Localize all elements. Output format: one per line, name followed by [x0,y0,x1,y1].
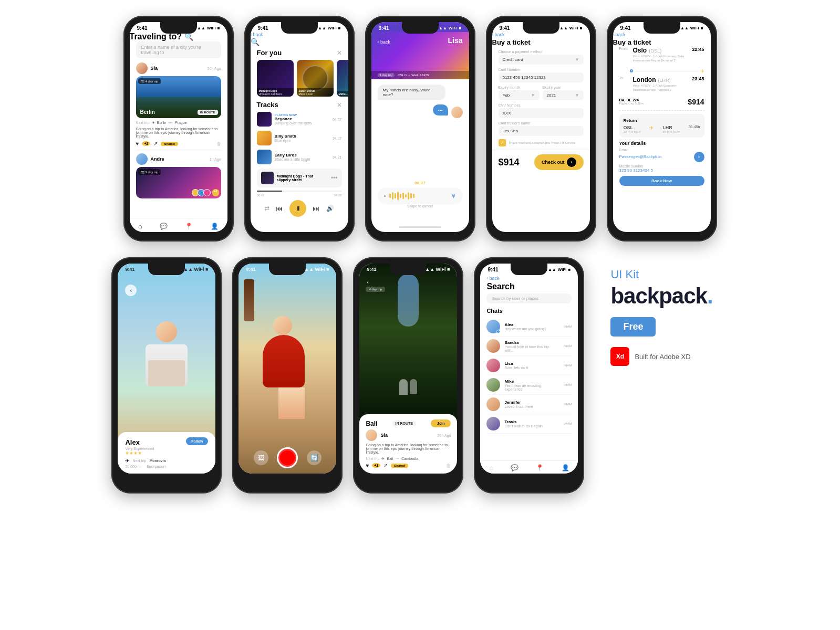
notch-8 [390,264,427,275]
payment-method-select[interactable]: Credit card ▼ [499,55,584,65]
terms-checkbox[interactable]: ✓ [499,139,506,146]
expiry-year-select[interactable]: 2021 ▼ [543,90,584,100]
nav-map-2[interactable]: 📍 [536,464,544,471]
expiry-month-select[interactable]: Feb ▼ [499,90,540,100]
volume-icon[interactable]: 🔊 [326,205,334,212]
more-options-icon[interactable]: ••• [331,174,338,182]
nav-profile[interactable]: 👤 [211,223,219,230]
nav-map[interactable]: 📍 [185,223,193,230]
chat-time-travis: 04AM [564,422,572,425]
chat-item-jennifer[interactable]: Jennifer Loved it out there 04AM [486,395,572,414]
cvv-input[interactable]: XXX [499,108,584,118]
music-header: ‹ back 🔍 [251,32,348,47]
wave-3 [395,193,396,198]
price-row-payment: $914 Check out › [492,150,590,174]
chat-info-mike: Mike Yes it was an amazing experience [504,379,559,391]
prev-btn[interactable]: ⏮ [276,204,283,213]
trip-like-btn[interactable]: ♥ [366,463,369,468]
search-icon-music[interactable]: 🔍 [251,38,260,46]
follow-button[interactable]: Follow [186,437,208,445]
plane-icon: ✈ [152,121,155,125]
expiry-year-label: Expiry year [543,86,584,89]
flip-camera-btn[interactable]: 🔄 [307,450,322,465]
close-tracks[interactable]: ✕ [337,101,342,109]
track-artist-2: Blue eyes [275,139,329,142]
day-trip-badge: 4 day trip [366,287,385,292]
expiry-month-col: Expiry month Feb ▼ [499,82,540,100]
chat-item-alex[interactable]: Alex Hey when are you going? 04AM [486,317,572,337]
card-number-input[interactable]: 5123 456 12345 12323 [499,72,584,82]
track-item-2[interactable]: Billy Smith Blue eyes 34:07 [257,131,342,145]
track-item-3[interactable]: Early Birds Stars are a little bright 34… [257,150,342,164]
app-name-row: backpack . [610,284,712,309]
status-time-5: 9:41 [620,25,631,31]
screen-travel: 9:41 ▲▲▲ WiFi ■ Traveling to? 🔍 Enter a … [130,22,227,232]
card-holder-input[interactable]: Lex Sha [499,126,584,136]
search-icon-btn[interactable]: 🔍 [184,33,193,41]
return-osl: OSL 30 th 5 NOV [624,125,641,133]
email-value: Passenger@Backpk.io [619,154,662,159]
profile-person-figure [140,321,193,426]
trash-button[interactable]: 🗑 [216,141,221,146]
wifi-icon: WiFi [207,26,216,30]
chat-time-alex: 04AM [564,325,572,328]
trip-badge-andre: 📷 3 day trip [138,169,161,175]
share-button[interactable]: ↗ [153,141,158,146]
search-bar-input[interactable]: Search by user or places [486,293,572,303]
home-indicator-3 [399,226,441,228]
nav-home[interactable]: ⌂ [138,223,142,230]
nav-chat[interactable]: 💬 [160,223,168,230]
wifi-icon-5: WiFi [690,26,699,30]
mic-icon[interactable]: 🎙 [451,193,457,199]
ticket-divider [619,110,704,111]
book-now-button[interactable]: Book Now [619,176,704,186]
wifi-icon-2: WiFi [328,26,337,30]
battery-icon-9: ■ [568,267,571,272]
chat-item-sandra[interactable]: Sandra I would love to take this trip wi… [486,337,572,356]
music-card-3[interactable]: Midni... [337,60,348,97]
status-time-2: 9:41 [258,25,268,31]
nav-profile-2[interactable]: 👤 [562,464,569,471]
track-item-1[interactable]: PLAYING NOW Beyonce Jumping over the roo… [257,112,342,127]
trip-join-btn[interactable]: Join [431,419,451,427]
trip-trash-btn[interactable]: 🗑 [446,463,451,468]
chat-item-travis[interactable]: Travis Can't wait to do it again 04AM [486,414,572,434]
back-btn-search[interactable]: ‹ back [486,276,572,281]
music-card-2[interactable]: Jason Derulo Make it rain [297,60,334,97]
track-info-3: Early Birds Stars are a little bright [275,153,329,161]
like-button[interactable]: ♥ [136,141,139,146]
progress-fill [257,191,283,192]
avatar-mike [486,378,500,392]
chat-avatar-travis [486,417,500,430]
row-2: ‹ 9:41 ▲▲▲ WiFi ■ Alex Follow Very Exper… [21,257,819,494]
next-btn[interactable]: ⏭ [313,204,320,213]
voice-record-area: 00:07 + [371,177,469,211]
phone-profile: ‹ 9:41 ▲▲▲ WiFi ■ Alex Follow Very Exper… [111,257,222,494]
trip-poster-name: Sia [380,433,388,438]
dot-menu[interactable]: ••• [168,120,172,125]
search-title: Search [486,282,572,291]
status-icons-5: ▲▲▲ WiFi ■ [676,26,703,30]
city-input[interactable]: Enter a name of a city you're traveling … [136,41,221,58]
camera-controls: 🖼 🔄 [238,447,336,468]
chat-item-mike[interactable]: Mike Yes it was an amazing experience 04… [486,375,572,395]
to-city-name: London [633,76,656,83]
music-card-1[interactable]: Midnight Dogs Unload it out there [257,60,294,97]
user-name-sia: Sia [151,66,158,71]
nav-home-2[interactable]: ⌂ [489,464,493,471]
route-berlin: Borlin [157,121,167,124]
plus-icon[interactable]: + [384,194,387,198]
checkout-button[interactable]: Check out › [534,154,584,170]
adobe-xd-icon: Xd [610,347,629,366]
nav-chat-2[interactable]: 💬 [511,464,518,471]
gallery-btn[interactable]: 🖼 [254,450,268,465]
shuffle-icon[interactable]: ⇄ [264,205,269,212]
chat-item-lisa[interactable]: Lisa Sure, lets do it 04AM [486,356,572,375]
play-btn[interactable]: ⏸ [289,200,306,217]
music-card-label-1: Midnight Dogs Unload it out there [257,88,294,97]
expiry-month-label: Expiry month [499,86,540,89]
back-btn-chat[interactable]: ‹ back [378,36,391,46]
trip-share-btn[interactable]: ↗ [383,463,388,468]
shutter-button[interactable] [277,447,298,468]
close-for-you[interactable]: ✕ [337,49,342,57]
